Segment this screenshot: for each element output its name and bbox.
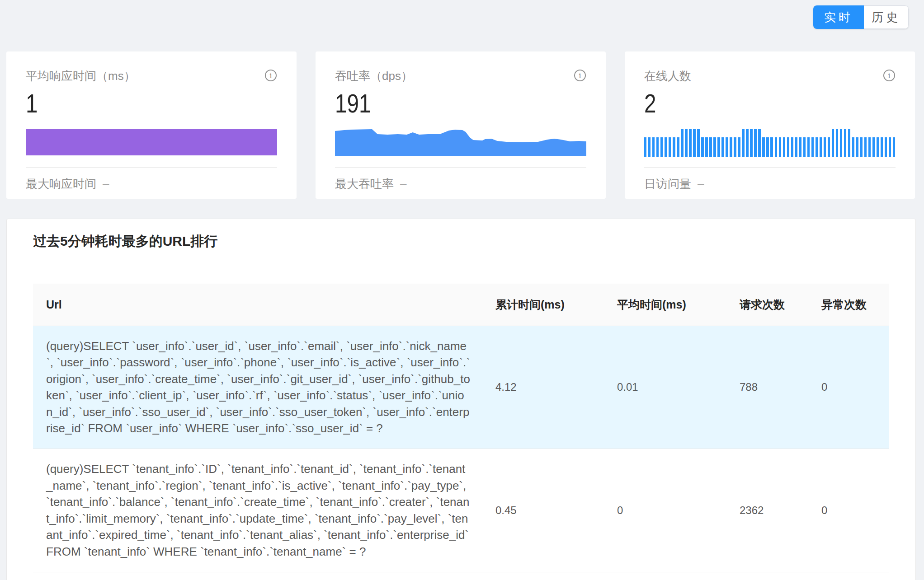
bar — [746, 129, 748, 157]
footer-label: 最大响应时间 — [26, 177, 96, 191]
card-footer: 日访问量– — [644, 176, 704, 192]
bar — [860, 137, 863, 157]
avg-response-chart — [26, 128, 277, 157]
info-icon[interactable]: i — [574, 70, 586, 81]
bar — [885, 137, 887, 157]
avg-time-cell: 0.01 — [603, 326, 726, 449]
bar — [783, 137, 785, 157]
bar — [750, 129, 752, 157]
bar — [681, 129, 683, 157]
request-count-cell: 2362 — [726, 449, 808, 572]
time-mode-toggle: 实时 历史 — [813, 5, 909, 29]
bar — [872, 137, 875, 157]
bar — [848, 129, 850, 157]
panel-title: 过去5分钟耗时最多的URL排行 — [33, 232, 217, 251]
card-divider — [26, 167, 277, 168]
bar — [673, 137, 675, 157]
info-icon[interactable]: i — [883, 70, 895, 81]
bar — [726, 137, 728, 157]
bar — [697, 129, 699, 157]
bar — [660, 137, 663, 157]
card-value: 2 — [644, 90, 656, 117]
dashboard-page: 实时 历史 平均响应时间（ms） i 1 最大响应时间– 吞吐率（dps） i … — [0, 0, 924, 580]
bar — [824, 137, 826, 157]
bar — [709, 137, 712, 157]
bar — [877, 137, 879, 157]
card-divider — [335, 167, 586, 168]
card-value: 191 — [335, 90, 371, 117]
card-title: 平均响应时间（ms） — [26, 68, 136, 84]
bar — [807, 137, 810, 157]
bar — [844, 129, 846, 157]
bar — [881, 137, 883, 157]
bar — [721, 137, 724, 157]
bar — [685, 129, 687, 157]
bar — [734, 137, 736, 157]
bar — [832, 129, 834, 157]
panel-body: Url 累计时间(ms) 平均时间(ms) 请求次数 异常次数 (query)S… — [7, 264, 915, 572]
bar — [864, 137, 867, 157]
bar — [816, 137, 818, 157]
bar — [811, 137, 814, 157]
table-row[interactable]: (query)SELECT `user_info`.`user_id`, `us… — [33, 326, 889, 449]
bar — [840, 129, 842, 157]
bar — [791, 137, 793, 157]
bar — [856, 137, 858, 157]
purple-band — [26, 129, 277, 155]
bar — [665, 137, 667, 157]
bar — [852, 137, 854, 157]
footer-value: – — [698, 177, 704, 191]
bar — [803, 137, 806, 157]
panel-header: 过去5分钟耗时最多的URL排行 — [7, 219, 915, 264]
realtime-toggle-button[interactable]: 实时 — [813, 5, 864, 29]
total-time-cell: 0.45 — [482, 449, 603, 572]
card-title: 在线人数 — [644, 68, 691, 84]
bar — [795, 137, 797, 157]
url-cell: (query)SELECT `tenant_info`.`ID`, `tenan… — [33, 449, 482, 572]
bar — [717, 137, 720, 157]
card-value: 1 — [26, 90, 38, 117]
bar — [893, 137, 895, 157]
column-header-url: Url — [33, 284, 482, 326]
footer-value: – — [103, 177, 109, 191]
card-avg-response-time: 平均响应时间（ms） i 1 最大响应时间– — [6, 51, 297, 199]
bar — [799, 137, 801, 157]
bar — [779, 137, 781, 157]
bar — [770, 137, 773, 157]
bar — [738, 137, 740, 157]
bar — [677, 137, 679, 157]
bar — [754, 129, 756, 157]
bar — [669, 137, 671, 157]
area-chart-svg — [335, 128, 586, 156]
url-ranking-panel: 过去5分钟耗时最多的URL排行 Url 累计时间(ms) 平均时间(ms) 请求… — [6, 219, 916, 580]
bar-chart — [644, 129, 896, 157]
card-title: 吞吐率（dps） — [335, 68, 413, 84]
card-online-users: 在线人数 i 2 日访问量– — [625, 51, 915, 199]
url-cell: (query)SELECT `user_info`.`user_id`, `us… — [33, 326, 482, 449]
bar — [787, 137, 789, 157]
footer-value: – — [400, 177, 406, 191]
bar — [644, 137, 646, 157]
bar — [713, 137, 716, 157]
history-toggle-button[interactable]: 历史 — [864, 5, 909, 29]
info-icon[interactable]: i — [265, 70, 277, 81]
bar — [648, 137, 651, 157]
bar — [689, 129, 691, 157]
bar — [828, 137, 830, 157]
bar — [652, 137, 655, 157]
table-header-row: Url 累计时间(ms) 平均时间(ms) 请求次数 异常次数 — [33, 284, 889, 326]
card-divider — [644, 167, 896, 168]
table-row[interactable]: (query)SELECT `tenant_info`.`ID`, `tenan… — [33, 449, 889, 572]
avg-time-cell: 0 — [603, 449, 726, 572]
stat-cards-row: 平均响应时间（ms） i 1 最大响应时间– 吞吐率（dps） i 191 最大… — [6, 51, 915, 199]
online-users-chart — [644, 128, 896, 157]
bar — [656, 137, 659, 157]
card-throughput: 吞吐率（dps） i 191 最大吞吐率– — [316, 51, 606, 199]
bar — [775, 137, 777, 157]
footer-label: 最大吞吐率 — [335, 177, 394, 191]
bar — [836, 129, 838, 157]
bar — [742, 129, 744, 157]
column-header-avg-time: 平均时间(ms) — [603, 284, 726, 326]
card-footer: 最大吞吐率– — [335, 176, 406, 192]
throughput-chart — [335, 128, 586, 157]
